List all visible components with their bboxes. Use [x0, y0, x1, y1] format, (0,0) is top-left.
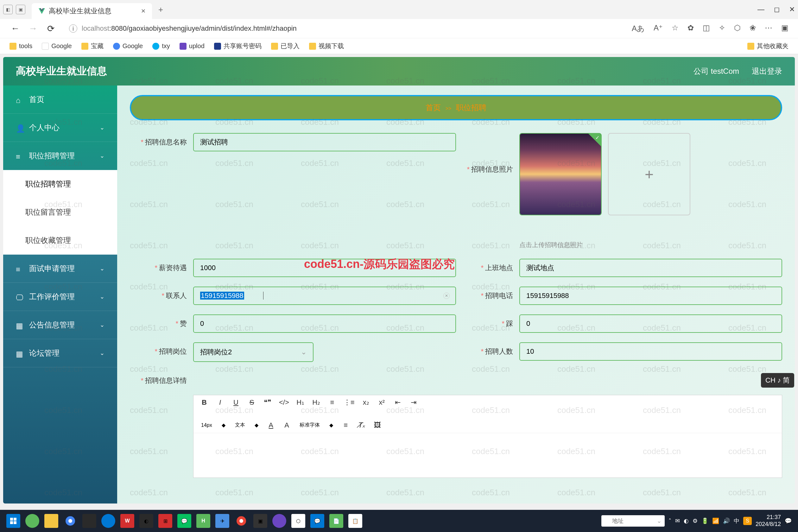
color-button[interactable]: A — [267, 421, 276, 430]
h1-button[interactable]: H₁ — [296, 398, 305, 406]
sidebar-item-forum[interactable]: ▦论坛管理⌄ — [3, 339, 117, 367]
strike-button[interactable]: S — [247, 398, 256, 406]
app-icon[interactable]: ◐ — [139, 514, 153, 528]
app-icon[interactable] — [272, 514, 286, 528]
refresh-button[interactable]: ⟳ — [45, 23, 56, 34]
wechat-icon[interactable]: 💬 — [177, 514, 191, 528]
tab-sidebar-icon[interactable]: ▣ — [16, 5, 25, 14]
terminal-icon[interactable]: ▣ — [253, 514, 267, 528]
tray-icon[interactable]: ⚙ — [692, 517, 698, 525]
new-tab-button[interactable]: + — [158, 5, 163, 15]
bookmark-item[interactable]: tools — [10, 42, 32, 50]
reader-icon[interactable]: A⁺ — [653, 23, 663, 34]
tray-up-icon[interactable]: ˄ — [668, 517, 671, 525]
bookmark-item[interactable]: Google — [42, 42, 72, 50]
input-location[interactable] — [519, 259, 782, 277]
bookmark-item[interactable]: 宝藏 — [81, 42, 103, 50]
clear-format-button[interactable]: T̸ₓ — [357, 421, 366, 430]
sidebar-item-profile[interactable]: 👤个人中心⌄ — [3, 114, 117, 142]
browser-tab[interactable]: 高校毕业生就业信息 ✕ — [32, 3, 152, 19]
breadcrumb-home[interactable]: 首页 — [425, 103, 441, 112]
tray-icon[interactable]: 📶 — [712, 517, 719, 525]
app-icon[interactable]: 📄 — [329, 514, 343, 528]
app-icon[interactable]: 💬 — [310, 514, 324, 528]
align-button[interactable]: ≡ — [341, 421, 350, 430]
h2-button[interactable]: H₂ — [312, 398, 321, 406]
tray-icon[interactable]: ◐ — [684, 517, 689, 525]
sidebar-item-home[interactable]: ⌂首页 — [3, 86, 117, 114]
editor-body[interactable] — [193, 433, 782, 477]
app-icon[interactable]: ⊞ — [158, 514, 172, 528]
copilot-icon[interactable]: ▣ — [781, 23, 788, 34]
user-label[interactable]: 公司 testCom — [694, 66, 739, 76]
tray-icon[interactable]: 🔋 — [701, 517, 708, 525]
italic-button[interactable]: I — [216, 398, 225, 406]
tab-workspace-icon[interactable]: ◧ — [3, 5, 13, 14]
sidebar-sub-comment-mgmt[interactable]: 职位留言管理 — [3, 198, 117, 226]
sidebar-item-notice[interactable]: ▦公告信息管理⌄ — [3, 311, 117, 339]
bookmark-item[interactable]: txy — [152, 42, 170, 50]
indent-button[interactable]: ⇤ — [393, 398, 402, 406]
start-button[interactable] — [6, 514, 20, 528]
ime-lang[interactable]: 中 — [734, 517, 739, 525]
ol-button[interactable]: ≡ — [328, 398, 337, 406]
explorer-icon[interactable] — [44, 514, 58, 528]
sidebar-sub-favorite-mgmt[interactable]: 职位收藏管理 — [3, 226, 117, 254]
sidebar-item-interview[interactable]: ≡面试申请管理⌄ — [3, 254, 117, 283]
sogou-icon[interactable]: S — [743, 517, 752, 525]
tray-icon[interactable]: 🔊 — [723, 517, 730, 525]
bookmark-item[interactable]: 视频下载 — [309, 42, 344, 50]
bookmark-item[interactable]: 已导入 — [271, 42, 300, 50]
ime-address-bar[interactable]: ◉ 地址 ⌄ — [601, 515, 665, 527]
font-family-select[interactable]: 标准字体◆ — [298, 420, 335, 430]
ul-button[interactable]: ⋮≡ — [344, 398, 355, 406]
outdent-button[interactable]: ⇥ — [409, 398, 418, 406]
window-maximize-icon[interactable]: ◻ — [774, 5, 780, 14]
bgcolor-button[interactable]: A — [283, 421, 291, 430]
logout-link[interactable]: 退出登录 — [752, 66, 782, 76]
bookmark-item[interactable]: uplod — [179, 42, 205, 50]
site-info-icon[interactable]: i — [69, 24, 77, 33]
code-button[interactable]: </> — [279, 398, 289, 406]
collections-icon[interactable]: ✧ — [719, 23, 725, 34]
extension3-icon[interactable]: ❀ — [749, 23, 756, 34]
more-icon[interactable]: ⋯ — [765, 23, 772, 34]
sidebar-item-review[interactable]: 🖵工作评价管理⌄ — [3, 283, 117, 311]
input-dislike[interactable] — [519, 315, 782, 333]
input-contact[interactable]: 15915915988 — [193, 287, 456, 305]
extension2-icon[interactable]: ⬡ — [734, 23, 741, 34]
app-icon[interactable]: ⬡ — [291, 514, 305, 528]
sidebar-sub-recruit-mgmt[interactable]: 职位招聘管理 — [3, 170, 117, 198]
address-bar[interactable]: i localhost:8080/gaoxiaobiyeshengjiuye/a… — [63, 22, 619, 35]
back-button[interactable]: ← — [10, 23, 21, 34]
select-position[interactable]: 招聘岗位2 ⌄ — [193, 342, 314, 362]
input-count[interactable] — [519, 342, 782, 361]
extension1-icon[interactable]: ✿ — [687, 23, 694, 34]
input-like[interactable] — [193, 315, 456, 333]
clock[interactable]: 21:37 2024/8/12 — [756, 514, 781, 528]
block-select[interactable]: 文本◆ — [234, 420, 260, 430]
tray-icon[interactable]: ✉ — [675, 517, 680, 525]
app-icon[interactable]: H — [196, 514, 210, 528]
clear-icon[interactable]: ✕ — [443, 292, 450, 299]
sublime-icon[interactable] — [82, 514, 96, 528]
app-icon[interactable]: 📋 — [348, 514, 362, 528]
input-name[interactable] — [193, 133, 456, 151]
quote-button[interactable]: ❝❞ — [263, 398, 272, 406]
translate-icon[interactable]: Aあ — [632, 23, 645, 34]
wps-icon[interactable]: W — [120, 514, 134, 528]
input-salary[interactable] — [193, 259, 456, 277]
input-phone[interactable] — [519, 287, 782, 305]
font-size-select[interactable]: 14px◆ — [200, 421, 227, 430]
other-bookmarks[interactable]: 其他收藏夹 — [747, 42, 788, 50]
notification-icon[interactable]: 💬 — [785, 517, 792, 525]
tab-close-icon[interactable]: ✕ — [141, 7, 146, 15]
sup-button[interactable]: x² — [378, 398, 386, 406]
image-button[interactable]: 🖼 — [373, 421, 382, 430]
add-image-button[interactable]: + — [608, 133, 690, 215]
uploaded-image[interactable]: ✓ — [519, 133, 602, 215]
app-icon[interactable]: ✈ — [215, 514, 229, 528]
bookmark-item[interactable]: Google — [113, 42, 143, 50]
favorite-icon[interactable]: ☆ — [672, 23, 679, 34]
window-close-icon[interactable]: ✕ — [789, 5, 795, 14]
